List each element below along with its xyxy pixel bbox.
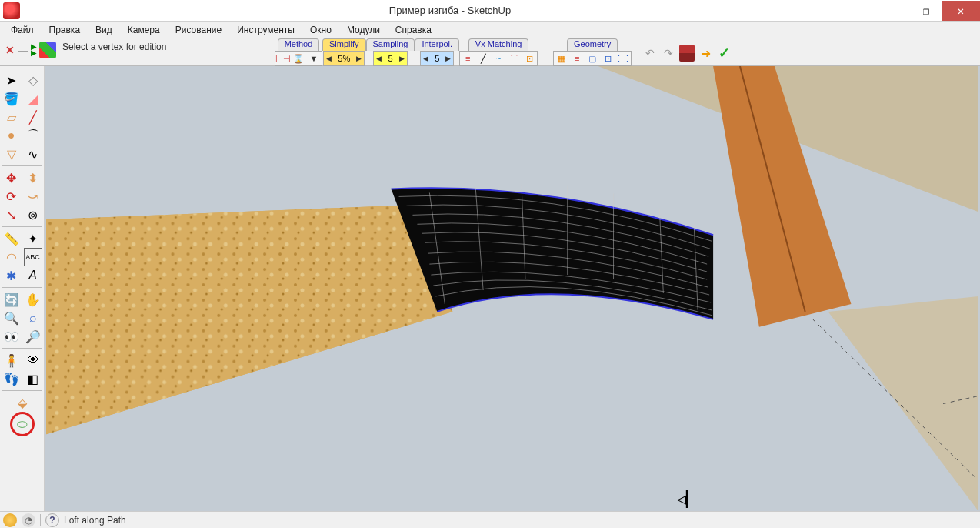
rotate-tool-icon[interactable]: ⟳ — [2, 187, 21, 206]
maximize-button[interactable]: ❐ — [911, 1, 942, 21]
pushpull-tool-icon[interactable]: ⬍ — [24, 169, 42, 187]
line-tool-icon[interactable]: ╱ — [24, 108, 42, 126]
tab-simplify[interactable]: Simplify ◀ 5% ▶ — [322, 38, 366, 66]
window-controls: — ❐ ✕ — [880, 1, 980, 21]
tab-vx-matching[interactable]: Vx Matching ≡ ╱ ~ ⌒ ⊡ — [459, 38, 538, 66]
confirm-check-icon[interactable]: ✓ — [716, 45, 732, 61]
osb-texture — [46, 204, 452, 434]
vx-icon-1[interactable]: ≡ — [461, 52, 475, 65]
followme-tool-icon[interactable]: ⤻ — [24, 187, 42, 206]
text-tool-icon[interactable]: ABC — [24, 248, 42, 266]
geo-icon-2[interactable]: ≡ — [570, 52, 584, 65]
menu-edit[interactable]: Правка — [42, 23, 88, 37]
position-camera-icon[interactable]: 🧍 — [2, 351, 21, 369]
geo-icon-1[interactable]: ▦ — [555, 52, 568, 65]
geo-icon-3[interactable]: ▢ — [585, 52, 599, 65]
rectangle-tool-icon[interactable]: ▱ — [2, 108, 21, 126]
menu-tools[interactable]: Инструменты — [229, 23, 302, 37]
menu-window[interactable]: Окно — [302, 23, 339, 37]
tape-tool-icon[interactable]: 📏 — [2, 229, 21, 248]
sampling-inc[interactable]: ▶ — [399, 55, 405, 62]
method-icon-1[interactable]: ⊢⊣ — [276, 52, 290, 65]
window-title: Пример изгиба - SketchUp — [20, 5, 880, 16]
menu-view[interactable]: Вид — [88, 23, 120, 37]
previous-view-icon[interactable]: 🔎 — [24, 327, 42, 346]
tab-method[interactable]: Method ⊢⊣ ⌛ ▼ — [275, 38, 322, 66]
floor-plane-2 — [828, 296, 978, 511]
section-plane-icon[interactable]: ◧ — [24, 369, 42, 388]
vx-icon-2[interactable]: ╱ — [476, 52, 490, 65]
tab-interpol-label: Interpol. — [415, 38, 459, 51]
color-cube-icon[interactable] — [39, 42, 56, 58]
vx-icon-4[interactable]: ⌒ — [507, 52, 521, 65]
tab-geometry[interactable]: Geometry ▦ ≡ ▢ ⊡ ⋮⋮ — [553, 38, 632, 66]
geo-icon-5[interactable]: ⋮⋮ — [616, 52, 630, 65]
simplify-inc[interactable]: ▶ — [356, 55, 362, 62]
circle-tool-icon[interactable]: ● — [2, 126, 21, 145]
move-tool-icon[interactable]: ✥ — [2, 169, 21, 187]
zoom-window-icon[interactable]: ⌕ — [24, 309, 42, 327]
vx-icon-3[interactable]: ~ — [492, 52, 505, 65]
sampling-dec[interactable]: ◀ — [376, 55, 382, 62]
polygon-tool-icon[interactable]: ▽ — [2, 145, 21, 163]
book-icon[interactable] — [679, 45, 695, 62]
separator — [2, 226, 42, 227]
offset-tool-icon[interactable]: ⊚ — [24, 206, 42, 224]
geo-icon-4[interactable]: ⊡ — [601, 52, 615, 65]
paint-tool-icon[interactable]: 🪣 — [2, 89, 21, 108]
interpol-dec[interactable]: ◀ — [423, 55, 428, 62]
status-bar: ◔ ? Loft along Path — [0, 511, 980, 528]
undo-icon[interactable]: ↶ — [642, 45, 658, 61]
simplify-dec[interactable]: ◀ — [326, 55, 332, 62]
close-x-icon[interactable]: ✕ — [3, 44, 17, 56]
cursor-icon: ◁▎ — [677, 490, 695, 508]
tab-sampling[interactable]: Sampling ◀ 5 ▶ — [366, 38, 415, 66]
sampling-value: 5 — [383, 54, 397, 63]
menu-help[interactable]: Справка — [388, 23, 439, 37]
simplify-value: 5% — [333, 54, 355, 63]
close-button[interactable]: ✕ — [942, 1, 980, 21]
menu-camera[interactable]: Камера — [120, 23, 168, 37]
status-help-icon[interactable]: ? — [45, 513, 59, 527]
zoom-tool-icon[interactable]: 🔍 — [2, 309, 21, 327]
vx-icon-5[interactable]: ⊡ — [522, 52, 536, 65]
toolbar-left-group: ✕ — ▶ ▶ — [3, 38, 56, 58]
menu-bar: Файл Правка Вид Камера Рисование Инструм… — [0, 22, 980, 38]
plugin-tool-1-icon[interactable]: ⬙ — [13, 393, 32, 412]
protractor-tool-icon[interactable]: ◠ — [2, 248, 21, 266]
status-icon-1[interactable] — [3, 513, 17, 527]
menu-modules[interactable]: Модули — [339, 23, 388, 37]
select-tool-icon[interactable]: ➤ — [2, 71, 21, 89]
menu-file[interactable]: Файл — [3, 23, 42, 37]
loft-along-path-icon[interactable]: ⬭ — [10, 412, 35, 436]
minimize-button[interactable]: — — [880, 1, 911, 21]
dimension-tool-icon[interactable]: ✦ — [24, 229, 42, 248]
look-around-icon[interactable]: 👁 — [24, 351, 42, 369]
dash-icon[interactable]: — — [18, 45, 28, 56]
zoom-extents-icon[interactable]: 👀 — [2, 327, 21, 346]
tab-simplify-label: Simplify — [322, 38, 366, 51]
method-icon-3[interactable]: ▼ — [307, 52, 321, 65]
freehand-tool-icon[interactable]: ∿ — [24, 145, 42, 163]
eraser-tool-icon[interactable]: ◢ — [24, 89, 42, 108]
arc-tool-icon[interactable]: ⌒ — [24, 126, 42, 145]
method-icon-2[interactable]: ⌛ — [292, 52, 305, 65]
title-bar: Пример изгиба - SketchUp — ❐ ✕ — [0, 0, 980, 22]
tri-right-icon-2[interactable]: ▶ — [30, 50, 38, 56]
component-tool-icon[interactable]: ◇ — [24, 71, 42, 89]
axes-tool-icon[interactable]: ✱ — [2, 266, 21, 285]
orbit-tool-icon[interactable]: 🔄 — [2, 290, 21, 309]
walk-tool-icon[interactable]: 👣 — [2, 369, 21, 388]
redo-icon[interactable]: ↷ — [661, 45, 676, 61]
scale-tool-icon[interactable]: ⤡ — [2, 206, 21, 224]
pan-tool-icon[interactable]: ✋ — [24, 290, 42, 309]
status-icon-2[interactable]: ◔ — [22, 513, 35, 527]
tab-geometry-label: Geometry — [567, 38, 618, 51]
tab-interpol[interactable]: Interpol. ◀ 5 ▶ — [415, 38, 459, 66]
app-icon — [3, 2, 20, 19]
3dtext-tool-icon[interactable]: A — [24, 266, 42, 285]
viewport-3d[interactable]: ◁▎ — [45, 66, 980, 511]
menu-draw[interactable]: Рисование — [168, 23, 229, 37]
export-arrow-icon[interactable]: ➜ — [698, 45, 713, 61]
interpol-inc[interactable]: ▶ — [445, 55, 451, 62]
